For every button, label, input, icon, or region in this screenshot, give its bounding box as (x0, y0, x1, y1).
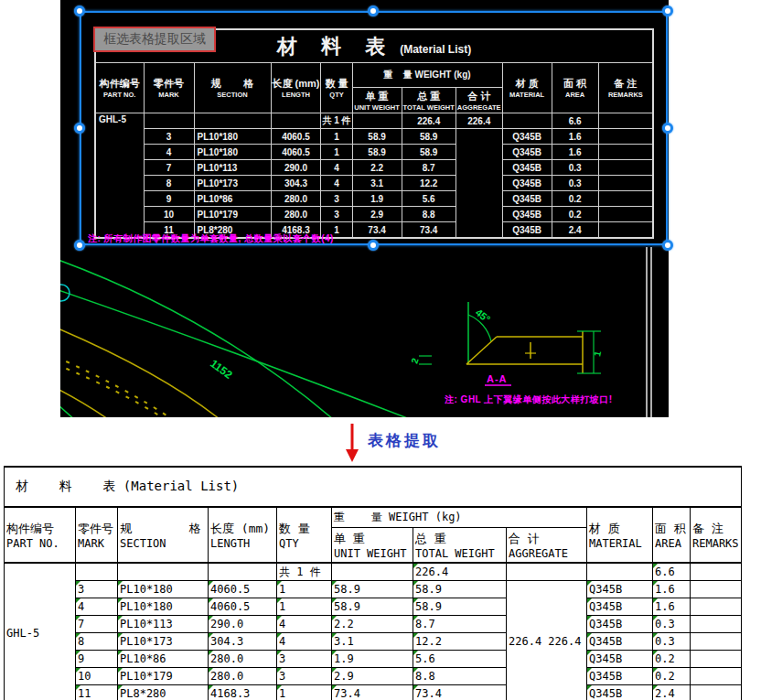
extracted-material-table: 材 料 表 (Material List)构件编号PART NO.零件号MARK… (4, 466, 742, 700)
cell-remarks (691, 581, 742, 598)
header-cn: 合 计 (509, 531, 584, 547)
cell-mark: 7 (76, 616, 118, 633)
cell-remarks (691, 616, 742, 633)
cell-material: Q345B (587, 598, 653, 616)
selection-handle-bottom-right[interactable] (662, 240, 673, 251)
selection-handle-bottom-mid[interactable] (368, 240, 379, 251)
ocr-corner-marker-icon (118, 616, 123, 620)
column-subheader-aggregate: 合 计AGGREGATE (507, 528, 587, 564)
selection-handle-top-mid[interactable] (368, 5, 379, 16)
selection-handle-bottom-left[interactable] (74, 240, 85, 251)
cell-section: PL10*180 (118, 581, 209, 598)
selection-rectangle[interactable] (80, 11, 668, 245)
cell-area: 1.6 (653, 598, 691, 616)
cell-unit: 73.4 (332, 685, 413, 700)
ocr-corner-marker-icon (413, 668, 418, 673)
ocr-corner-marker-icon (277, 633, 282, 638)
table-row: 7PL10*113290.042.28.7Q345B0.3 (5, 616, 742, 633)
ocr-corner-marker-icon (413, 564, 418, 568)
cell-unit (332, 563, 413, 581)
column-subheader-total: 总 重TOTAL WEIGHT (413, 528, 507, 564)
cell-qty: 1 (277, 598, 332, 616)
table-row: GHL-5共 1 件226.46.6 (5, 563, 742, 581)
ocr-corner-marker-icon (277, 616, 282, 620)
extract-step-label: 表格提取 (368, 430, 441, 451)
detail-angle-label: 45° (474, 307, 493, 325)
header-cn: 长度 (mm) (210, 521, 274, 537)
cell-material (587, 563, 653, 581)
ocr-corner-marker-icon (653, 616, 658, 620)
selection-handle-mid-right[interactable] (662, 123, 673, 134)
cell-aggregate-merged: 226.4 226.4 (507, 581, 587, 700)
ocr-corner-marker-icon (76, 668, 80, 673)
table-title: 材 料 表 (Material List) (5, 467, 742, 507)
cell-material: Q345B (587, 581, 653, 598)
cell-area: 6.6 (653, 563, 691, 581)
cell-material: Q345B (587, 651, 653, 668)
cell-mark: 11 (76, 685, 118, 700)
cell-section: PL10*180 (118, 598, 209, 616)
ocr-corner-marker-icon (209, 685, 213, 690)
ext-material-list-table: 材 料 表 (Material List)构件编号PART NO.零件号MARK… (4, 466, 742, 700)
header-en: LENGTH (210, 537, 274, 550)
header-en: MATERIAL (589, 537, 650, 550)
header-en: UNIT WEIGHT (334, 547, 411, 560)
selection-handle-top-right[interactable] (662, 5, 673, 16)
selection-handle-top-left[interactable] (74, 5, 85, 16)
cell-remarks (691, 651, 742, 668)
header-cn: 备 注 (692, 521, 739, 537)
ocr-corner-marker-icon (653, 685, 658, 690)
table-extract-demo: 1152 45° (0, 0, 761, 700)
cell-area: 2.4 (653, 685, 691, 700)
cell-section: PL10*179 (118, 668, 209, 685)
ocr-corner-marker-icon (118, 651, 123, 655)
cell-qty: 4 (277, 616, 332, 633)
cell-total: 58.9 (413, 581, 507, 598)
column-subheader-unit: 单 重UNIT WEIGHT (332, 528, 413, 564)
ocr-corner-marker-icon (653, 633, 658, 638)
ocr-corner-marker-icon (587, 685, 592, 690)
header-cn: 规 格 (120, 521, 206, 537)
cell-mark (76, 563, 118, 581)
curve-dimension-label: 1152 (208, 357, 235, 382)
extract-arrow-icon (342, 421, 362, 465)
cell-total: 226.4 (413, 563, 507, 581)
table-row: 8PL10*173304.343.112.2Q345B0.3 (5, 633, 742, 651)
header-cn: 单 重 (334, 531, 411, 547)
cell-total: 5.6 (413, 651, 507, 668)
ocr-corner-marker-icon (118, 633, 123, 638)
ocr-corner-marker-icon (587, 616, 592, 620)
curve-drawing: 1152 (60, 259, 410, 417)
header-en: REMARKS (692, 537, 739, 550)
ocr-corner-marker-icon (277, 581, 282, 586)
ocr-corner-marker-icon (653, 564, 658, 568)
cell-length: 4060.5 (209, 598, 277, 616)
cell-unit: 58.9 (332, 598, 413, 616)
cell-length: 290.0 (209, 616, 277, 633)
cell-qty: 3 (277, 651, 332, 668)
column-header-qty: 数 量QTY (277, 507, 332, 563)
cell-total: 8.7 (413, 616, 507, 633)
selection-handle-mid-left[interactable] (74, 123, 85, 134)
ocr-corner-marker-icon (332, 633, 337, 638)
ocr-corner-marker-icon (332, 616, 337, 620)
section-detail-a-a: 45° 2 1 A-A (409, 302, 603, 385)
cell-unit: 1.9 (332, 651, 413, 668)
header-cn: 材 质 (589, 521, 650, 537)
ocr-corner-marker-icon (76, 581, 80, 586)
ocr-corner-marker-icon (209, 581, 213, 586)
cell-area: 0.2 (653, 651, 691, 668)
cell-remarks (691, 598, 742, 616)
cell-length: 280.0 (209, 651, 277, 668)
cell-mark: 9 (76, 651, 118, 668)
ocr-corner-marker-icon (653, 581, 658, 586)
ocr-corner-marker-icon (587, 581, 592, 586)
cell-section: PL10*86 (118, 651, 209, 668)
ocr-corner-marker-icon (277, 651, 282, 655)
cell-length: 4168.3 (209, 685, 277, 700)
ocr-corner-marker-icon (587, 598, 592, 603)
cell-remarks (691, 685, 742, 700)
cell-qty: 1 (277, 685, 332, 700)
cell-total: 8.8 (413, 668, 507, 685)
ocr-corner-marker-icon (413, 685, 418, 690)
